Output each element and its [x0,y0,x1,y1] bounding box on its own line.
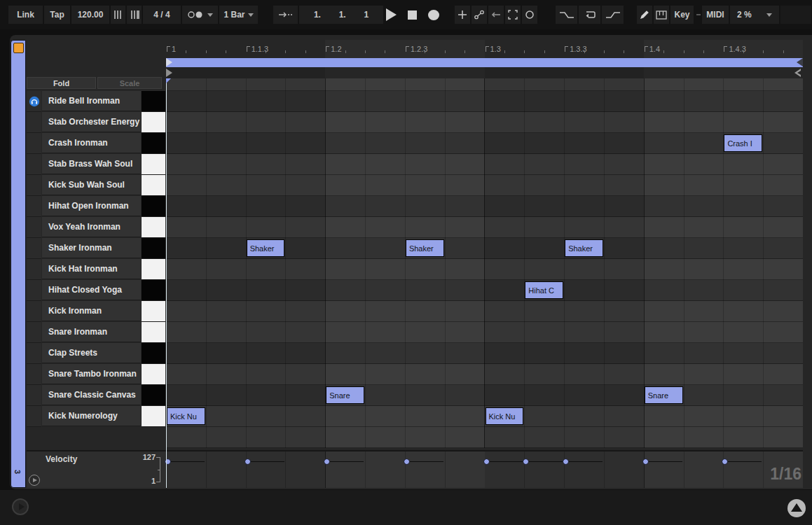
piano-key-cell-white[interactable] [142,217,165,238]
capture-midi-button[interactable] [505,6,521,24]
link-button[interactable]: Link [8,6,43,24]
clip-launch-button[interactable] [13,43,24,53]
session-record-button[interactable] [522,6,537,24]
preview-cell[interactable] [27,406,41,427]
arrangement-position-field[interactable]: 1. 1. 1 [299,6,383,24]
track-name-label[interactable]: Snare Tambo Ironman [42,364,141,384]
track-name-label[interactable]: Hihat Closed Yoga [42,280,141,300]
preview-header-button[interactable] [12,498,29,515]
piano-key-cell-black[interactable] [142,343,165,364]
time-signature-field[interactable]: 4 / 4 [143,6,181,24]
follow-button[interactable] [273,6,298,24]
track-name-label[interactable]: Kick Sub Wah Soul [42,175,141,195]
velocity-marker-6[interactable] [563,458,569,465]
cpu-load-meter[interactable]: 2 % [730,6,779,24]
piano-key-cell-white[interactable] [142,322,165,343]
automation-arm-button[interactable] [472,6,487,24]
scale-button[interactable]: Scale [97,77,162,89]
piano-key-cell-black[interactable] [142,385,165,406]
loop-switch[interactable] [579,6,600,24]
track-name-label[interactable]: Snare Ironman [42,322,141,342]
punch-in-button[interactable] [556,6,577,24]
preview-cell[interactable] [27,364,41,385]
preview-cell[interactable] [27,175,41,196]
piano-key-cell-black[interactable] [142,238,165,259]
piano-key-cell-white[interactable] [142,175,165,196]
track-name-label[interactable]: Hihat Open Ironman [42,196,141,216]
tap-tempo-button[interactable]: Tap [44,6,70,24]
preview-cell[interactable] [27,385,41,406]
piano-key-cell-white[interactable] [142,406,165,427]
preview-cell[interactable] [27,259,41,280]
piano-key-cell-white[interactable] [142,301,165,322]
midi-note-7[interactable]: Snare [645,386,683,404]
velocity-marker-3[interactable] [404,458,410,465]
preview-cell[interactable] [27,196,41,217]
piano-key-cell-white[interactable] [142,154,165,175]
preview-cell[interactable] [27,301,41,322]
play-button[interactable] [382,6,401,24]
record-button[interactable] [424,6,443,24]
preview-cell[interactable] [27,154,41,175]
scrub-area[interactable] [166,67,803,78]
stop-button[interactable] [403,6,422,24]
midi-note-6[interactable]: Shaker [565,239,603,257]
metronome-button[interactable] [182,6,218,24]
preview-cell[interactable] [27,322,41,343]
velocity-marker-1[interactable] [245,458,251,465]
punch-out-button[interactable] [602,6,624,24]
midi-note-1[interactable]: Shaker [247,239,285,257]
track-name-label[interactable]: Kick Ironman [42,301,141,321]
velocity-marker-5[interactable] [523,458,529,465]
end-marker-icon[interactable] [794,69,801,77]
preview-cell[interactable] [27,91,41,112]
key-map-button[interactable]: Key [670,6,694,24]
track-name-label[interactable]: Kick Numerology [42,406,141,426]
piano-key-cell-white[interactable] [142,112,165,133]
midi-note-3[interactable]: Shaker [406,239,444,257]
lane-fold-button[interactable] [29,475,40,486]
metronome-dropdown-icon[interactable] [207,13,213,17]
velocity-marker-4[interactable] [483,458,490,465]
midi-note-8[interactable]: Crash I [724,134,762,152]
draw-mode-button[interactable] [637,6,652,24]
velocity-editor[interactable] [166,451,803,488]
midi-overdub-button[interactable] [455,6,470,24]
preview-cell[interactable] [27,112,41,133]
tempo-field[interactable]: 120.00 [71,6,109,24]
nudge-down-button[interactable] [111,6,125,24]
piano-key-cell-black[interactable] [142,133,165,154]
start-marker-icon[interactable] [166,69,172,77]
track-name-label[interactable]: Stab Brass Wah Soul [42,154,141,174]
quantize-menu[interactable]: 1 Bar [219,6,258,24]
nudge-up-button[interactable] [127,6,142,24]
track-name-label[interactable]: Kick Hat Ironman [42,259,141,279]
track-name-label[interactable]: Snare Classic Canvas [42,385,141,405]
preview-cell[interactable] [27,280,41,301]
piano-key-cell-black[interactable] [142,91,165,112]
clip-color-strip[interactable] [11,40,26,488]
preview-cell[interactable] [27,217,41,238]
loop-end-handle-icon[interactable] [797,58,803,66]
show-hide-button[interactable] [787,499,806,517]
track-name-label[interactable]: Stab Orchester Energy [42,112,141,132]
beat-time-ruler[interactable]: 11.1.31.21.2.31.31.3.31.41.4.3 [166,40,803,58]
preview-cell[interactable] [27,343,41,364]
piano-key-cell-white[interactable] [142,364,165,385]
piano-key-cell-black[interactable] [142,280,165,301]
midi-note-2[interactable]: Snare [326,386,364,404]
velocity-marker-2[interactable] [324,458,330,465]
velocity-marker-8[interactable] [722,458,728,465]
midi-note-0[interactable]: Kick Nu [167,407,205,425]
re-enable-automation-button[interactable] [488,6,504,24]
piano-key-cell-white[interactable] [142,259,165,280]
velocity-marker-7[interactable] [642,458,649,465]
midi-note-5[interactable]: Hihat C [525,281,563,299]
loop-brace[interactable] [166,58,803,67]
track-name-label[interactable]: Vox Yeah Ironman [42,217,141,237]
midi-map-button[interactable]: MIDI [702,6,729,24]
track-name-label[interactable]: Clap Streets [42,343,141,363]
midi-note-4[interactable]: Kick Nu [486,407,524,425]
track-name-label[interactable]: Ride Bell Ironman [42,91,141,111]
fold-button[interactable]: Fold [27,77,96,89]
